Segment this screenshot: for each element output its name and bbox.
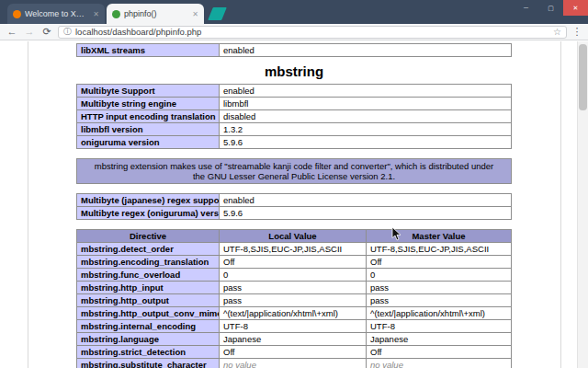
value-cell: pass	[367, 294, 512, 307]
value-cell: enabled	[220, 194, 512, 207]
back-icon[interactable]: ←	[6, 27, 18, 37]
page-scrollbar[interactable]	[577, 41, 588, 368]
value-cell: Off	[367, 256, 512, 269]
tab-title: Welcome to XAMPP	[25, 9, 89, 18]
phpinfo-report: libXML streamsenabled mbstring Multibyte…	[76, 41, 512, 368]
table-row: Multibyte Supportenabled	[77, 85, 512, 98]
table-row: mbstring.http_inputpasspass	[77, 282, 512, 294]
scrollbar-thumb[interactable]	[579, 44, 587, 110]
label-cell: mbstring.detect_order	[77, 243, 220, 256]
value-cell: UTF-8,SJIS,EUC-JP,JIS,ASCII	[220, 243, 367, 256]
value-cell: UTF-8	[220, 320, 367, 333]
value-cell: ^(text/|application/xhtml\+xml)	[220, 307, 367, 320]
column-header: Local Value	[220, 230, 367, 243]
label-cell: Multibyte (japanese) regex support	[77, 194, 220, 207]
label-cell: mbstring.http_input	[77, 282, 220, 294]
value-cell: Japanese	[367, 333, 512, 346]
value-cell: Off	[220, 256, 367, 269]
value-cell: Off	[220, 346, 367, 359]
value-cell: UTF-8	[367, 320, 512, 333]
table-row: mbstring.substitute_characterno valueno …	[77, 359, 512, 368]
tab-phpinfo[interactable]: phpinfo() ✕	[107, 4, 204, 24]
label-cell: mbstring.substitute_character	[77, 359, 220, 368]
license-notice: mbstring extension makes use of "streama…	[77, 159, 512, 184]
table-row: mbstring.strict_detectionOffOff	[77, 346, 512, 359]
tab-title: phpinfo()	[124, 9, 188, 18]
libxml-table-fragment: libXML streamsenabled	[76, 43, 512, 57]
tab-strip: Welcome to XAMPP ✕ phpinfo() ✕ ─ ▢ ✕	[0, 0, 588, 24]
table-row: Multibyte regex (oniguruma) version5.9.6	[77, 207, 512, 220]
table-row: mbstring.http_outputpasspass	[77, 294, 512, 307]
value-cell: disabled	[220, 110, 512, 123]
value-cell: 5.9.6	[220, 207, 512, 220]
value-cell: Japanese	[220, 333, 367, 346]
label-cell: libmbfl version	[77, 123, 220, 136]
value-cell: 1.3.2	[220, 123, 512, 136]
forward-icon[interactable]: →	[23, 27, 36, 37]
mbstring-regex-table: Multibyte (japanese) regex supportenable…	[76, 193, 512, 220]
label-cell: mbstring.http_output_conv_mimetypes	[77, 307, 220, 320]
page-info-icon[interactable]: ⓘ	[63, 28, 72, 36]
value-cell: ^(text/|application/xhtml\+xml)	[367, 307, 512, 320]
table-row: Multibyte string enginelibmbfl	[77, 98, 512, 110]
maximize-button[interactable]: ▢	[538, 0, 563, 16]
table-row: mbstring.func_overload00	[77, 269, 512, 282]
tab-close-icon[interactable]: ✕	[93, 10, 99, 18]
value-cell: 0	[220, 269, 367, 282]
table-row: libmbfl version1.3.2	[77, 123, 512, 136]
mbstring-directives-table: DirectiveLocal ValueMaster Value mbstrin…	[76, 229, 512, 368]
minimize-button[interactable]: ─	[514, 0, 538, 16]
close-button[interactable]: ✕	[563, 0, 588, 16]
page-content: libXML streamsenabled mbstring Multibyte…	[0, 41, 588, 368]
label-cell: mbstring.strict_detection	[77, 346, 220, 359]
label-cell: Multibyte string engine	[77, 98, 220, 110]
bookmark-star-icon[interactable]: ☆	[553, 28, 561, 37]
value-cell: UTF-8,SJIS,EUC-JP,JIS,ASCII	[367, 243, 512, 256]
xampp-favicon-icon	[13, 10, 21, 18]
label-cell: mbstring.language	[77, 333, 220, 346]
browser-toolbar: ← → ⟳ ⓘ localhost/dashboard/phpinfo.php …	[0, 24, 588, 40]
window-controls: ─ ▢ ✕	[514, 0, 588, 16]
label-cell: oniguruma version	[77, 136, 220, 149]
label-cell: mbstring.encoding_translation	[77, 256, 220, 269]
value-cell: no value	[220, 359, 367, 368]
browser-menu-icon[interactable]: ⋮	[571, 27, 582, 37]
value-cell: 0	[367, 269, 512, 282]
phpinfo-favicon-icon	[112, 10, 120, 18]
mbstring-support-table: Multibyte SupportenabledMultibyte string…	[76, 84, 512, 149]
value-cell: pass	[220, 294, 367, 307]
column-header: Master Value	[367, 230, 512, 243]
url-text[interactable]: localhost/dashboard/phpinfo.php	[75, 27, 549, 37]
table-row: libXML streamsenabled	[77, 44, 512, 57]
new-tab-button[interactable]	[208, 7, 227, 20]
table-row: mbstring.encoding_translationOffOff	[77, 256, 512, 269]
value-cell: 5.9.6	[220, 136, 512, 149]
table-row: mbstring.languageJapaneseJapanese	[77, 333, 512, 346]
table-row: mbstring.http_output_conv_mimetypes^(tex…	[77, 307, 512, 320]
value-cell: enabled	[220, 85, 512, 98]
label-cell: Multibyte regex (oniguruma) version	[77, 207, 220, 220]
table-row: Multibyte (japanese) regex supportenable…	[77, 194, 512, 207]
label-cell: mbstring.http_output	[77, 294, 220, 307]
label-cell: HTTP input encoding translation	[77, 110, 220, 123]
browser-window: Welcome to XAMPP ✕ phpinfo() ✕ ─ ▢ ✕ ← →…	[0, 0, 588, 368]
column-header: Directive	[77, 230, 220, 243]
refresh-icon[interactable]: ⟳	[40, 27, 53, 37]
value-cell: enabled	[220, 44, 512, 57]
label-cell: mbstring.internal_encoding	[77, 320, 220, 333]
value-cell: no value	[367, 359, 512, 368]
tab-close-icon[interactable]: ✕	[192, 10, 198, 18]
table-row: oniguruma version5.9.6	[77, 136, 512, 149]
label-cell: Multibyte Support	[77, 85, 220, 98]
value-cell: libmbfl	[220, 98, 512, 110]
value-cell: pass	[367, 282, 512, 294]
page-right-border	[560, 41, 561, 368]
mbstring-notice-table: mbstring extension makes use of "streama…	[76, 158, 512, 184]
section-title-mbstring: mbstring	[76, 63, 512, 79]
tab-welcome-xampp[interactable]: Welcome to XAMPP ✕	[7, 4, 105, 24]
table-row: mbstring.internal_encodingUTF-8UTF-8	[77, 320, 512, 333]
label-cell: mbstring.func_overload	[77, 269, 220, 282]
table-row: HTTP input encoding translationdisabled	[77, 110, 512, 123]
url-bar[interactable]: ⓘ localhost/dashboard/phpinfo.php ☆	[58, 26, 567, 39]
page-left-border	[28, 41, 28, 368]
